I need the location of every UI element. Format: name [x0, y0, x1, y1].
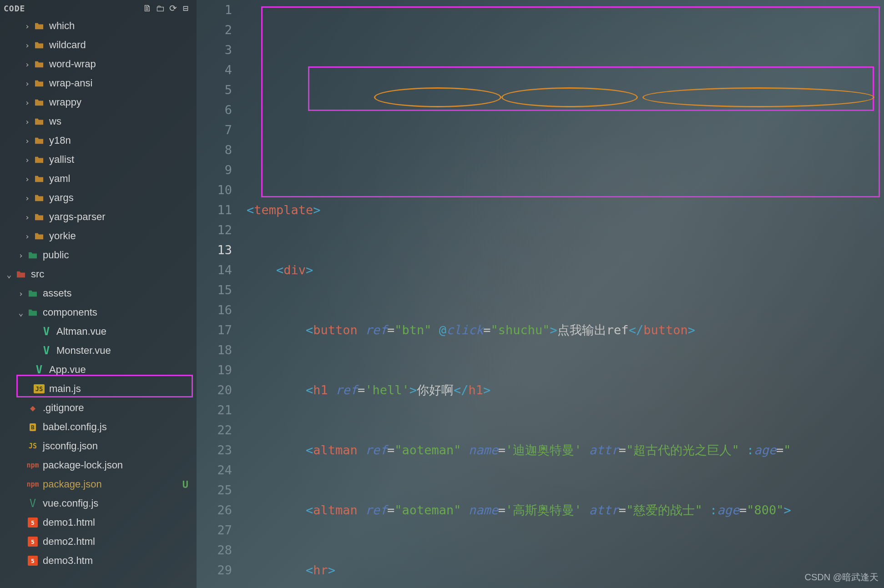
babel-icon: B — [26, 422, 39, 432]
new-file-icon[interactable]: 🗎 — [141, 3, 154, 14]
sidebar-item-assets[interactable]: ›assets — [0, 284, 197, 303]
sidebar-item-y18n[interactable]: ›y18n — [0, 131, 197, 150]
tree-item-label: package.json — [43, 478, 102, 490]
gutter-line: 3 — [197, 40, 247, 60]
gutter-line: 14 — [197, 260, 247, 280]
highlight-ellipse-name — [501, 87, 638, 107]
html-icon: 5 — [26, 517, 39, 528]
sidebar: CODE 🗎 🗀 ⟳ ⊟ ›which›wildcard›word-wrap›w… — [0, 0, 197, 588]
sidebar-item-demo2[interactable]: 5demo2.html — [0, 532, 197, 551]
chevron-right-icon: › — [22, 136, 33, 146]
gutter-line: 28 — [197, 540, 247, 560]
sidebar-item-pkglock[interactable]: npmpackage-lock.json — [0, 456, 197, 475]
sidebar-item-yargs-parser[interactable]: ›yargs-parser — [0, 207, 197, 226]
chevron-right-icon: › — [15, 251, 26, 260]
folder-icon — [26, 250, 39, 261]
gutter-line: 10 — [197, 180, 247, 200]
gutter-line: 26 — [197, 500, 247, 520]
refresh-icon[interactable]: ⟳ — [167, 3, 179, 14]
code-line: <div> — [247, 260, 884, 280]
gutter-line: 4 — [197, 60, 247, 80]
code-line: <h1 ref='hell'>你好啊</h1> — [247, 380, 884, 400]
sidebar-item-babel[interactable]: Bbabel.config.js — [0, 417, 197, 437]
gutter-line: 16 — [197, 300, 247, 320]
tree-item-label: Monster.vue — [56, 345, 111, 357]
highlight-template-box — [261, 6, 880, 197]
gutter-line: 11 — [197, 200, 247, 220]
sidebar-item-public[interactable]: ›public — [0, 246, 197, 265]
tree-item-label: package-lock.json — [43, 459, 123, 471]
sidebar-item-wildcard[interactable]: ›wildcard — [0, 35, 197, 55]
folder-icon — [33, 59, 45, 70]
sidebar-item-demo3[interactable]: 5demo3.htm — [0, 551, 197, 570]
folder-icon — [33, 231, 45, 241]
sidebar-item-wrappy[interactable]: ›wrappy — [0, 93, 197, 112]
tree-item-label: word-wrap — [49, 58, 96, 70]
sidebar-item-altman-vue[interactable]: VAltman.vue — [0, 322, 197, 341]
sidebar-item-yaml[interactable]: ›yaml — [0, 169, 197, 188]
collapse-icon[interactable]: ⊟ — [179, 3, 192, 14]
tree-item-label: Altman.vue — [56, 326, 106, 337]
sidebar-item-ws[interactable]: ›ws — [0, 112, 197, 131]
gutter-line: 2 — [197, 20, 247, 40]
vue-icon: V — [26, 498, 39, 509]
folder-icon — [33, 20, 45, 31]
sidebar-item-demo1[interactable]: 5demo1.html — [0, 513, 197, 532]
chevron-right-icon: › — [22, 155, 33, 165]
gutter-line: 8 — [197, 140, 247, 160]
code-line: <button ref="btn" @click="shuchu">点我输出re… — [247, 320, 884, 340]
tree-item-label: public — [43, 249, 69, 261]
gutter-line: 19 — [197, 360, 247, 380]
tree-item-label: yargs — [49, 192, 74, 204]
folder-icon — [33, 211, 45, 222]
new-folder-icon[interactable]: 🗀 — [154, 3, 167, 14]
folder-icon — [33, 135, 45, 146]
chevron-right-icon: › — [22, 174, 33, 184]
sidebar-item-components[interactable]: ⌄components — [0, 303, 197, 322]
html-icon: 5 — [26, 536, 39, 547]
sidebar-item-monster-vue[interactable]: VMonster.vue — [0, 341, 197, 360]
tree-item-label: components — [43, 307, 97, 318]
sidebar-item-yallist[interactable]: ›yallist — [0, 150, 197, 169]
tree-item-label: demo3.htm — [43, 555, 93, 567]
tree-item-label: wildcard — [49, 39, 86, 51]
json-icon: npm — [26, 460, 39, 471]
gutter-line: 9 — [197, 160, 247, 180]
sidebar-item-app-vue[interactable]: VApp.vue — [0, 360, 197, 379]
gutter-line: 12 — [197, 220, 247, 240]
chevron-right-icon: › — [22, 193, 33, 203]
gutter-line: 29 — [197, 560, 247, 580]
gutter-line: 24 — [197, 460, 247, 480]
tree-item-label: demo1.html — [43, 517, 95, 528]
tree-item-label: yargs-parser — [49, 211, 105, 223]
sidebar-item-gitignore[interactable]: ◆.gitignore — [0, 398, 197, 417]
sidebar-item-yorkie[interactable]: ›yorkie — [0, 226, 197, 246]
folder-icon — [33, 40, 45, 50]
html-icon: 5 — [26, 555, 39, 566]
sidebar-item-word-wrap[interactable]: ›word-wrap — [0, 55, 197, 74]
sidebar-item-jsconfig[interactable]: JSjsconfig.json — [0, 437, 197, 456]
gutter-line: 7 — [197, 120, 247, 140]
sidebar-header: CODE 🗎 🗀 ⟳ ⊟ — [0, 2, 197, 16]
code-line: <altman ref="aoteman" name='高斯奥特曼' attr=… — [247, 500, 884, 520]
sidebar-item-yargs[interactable]: ›yargs — [0, 188, 197, 207]
tree-item-label: yaml — [49, 173, 70, 185]
status-badge: U — [182, 479, 188, 490]
editor[interactable]: 1234567891011121314151617181920212223242… — [197, 0, 884, 588]
folder-icon — [26, 307, 39, 318]
sidebar-item-vueconfig[interactable]: Vvue.config.js — [0, 494, 197, 513]
sidebar-item-src[interactable]: ⌄src — [0, 265, 197, 284]
tree-item-label: which — [49, 20, 75, 32]
sidebar-item-pkg[interactable]: npmpackage.jsonU — [0, 475, 197, 494]
tree-item-label: src — [31, 268, 44, 280]
sidebar-item-main-js[interactable]: JSmain.js — [0, 379, 197, 398]
chevron-right-icon: › — [22, 98, 33, 107]
gutter-line: 25 — [197, 480, 247, 500]
chevron-down-icon: ⌄ — [4, 270, 15, 279]
chevron-right-icon: › — [22, 117, 33, 126]
sidebar-item-wrap-ansi[interactable]: ›wrap-ansi — [0, 74, 197, 93]
highlight-ellipse-attr-age — [642, 87, 874, 107]
gutter-line: 17 — [197, 320, 247, 340]
code-area[interactable]: <template> <div> <button ref="btn" @clic… — [247, 0, 884, 588]
sidebar-item-which[interactable]: ›which — [0, 16, 197, 35]
